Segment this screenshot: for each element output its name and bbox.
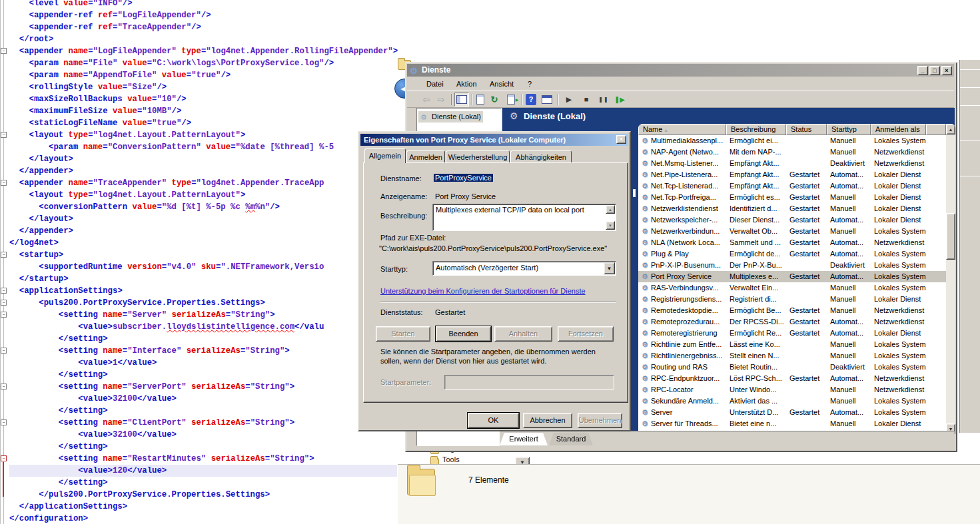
code-line[interactable]: </layout>: [9, 153, 397, 165]
code-line[interactable]: <param name="AppendToFile" value="true"/…: [9, 69, 397, 81]
code-line[interactable]: <setting name="ServerPort" serializeAs="…: [9, 381, 397, 393]
fold-marker-icon[interactable]: −: [1, 384, 7, 390]
table-row[interactable]: ⚙Plug & PlayErmöglicht de...GestartetAut…: [638, 248, 946, 260]
code-line[interactable]: <setting name="Interface" serializeAs="S…: [9, 345, 397, 357]
tree-item-dienste-lokal[interactable]: ⚙ Dienste (Lokal): [418, 111, 483, 123]
code-line[interactable]: <supportedRuntime version="v4.0" sku=".N…: [9, 261, 397, 273]
scroll-up-icon[interactable]: ▲: [946, 124, 955, 134]
table-row[interactable]: ⚙ServerUnterstützt D...GestartetAutomat.…: [638, 407, 946, 418]
table-row[interactable]: ⚙RemoteregistrierungErmöglicht Re...Gest…: [638, 328, 946, 339]
code-line[interactable]: <setting name="RestartMinutes" serialize…: [9, 453, 397, 465]
forward-icon[interactable]: ⇨: [435, 94, 447, 105]
table-row[interactable]: ⚙Remoteprozedurau...Der RPCSS-Di...Gesta…: [638, 316, 946, 328]
code-line[interactable]: <value>32100</value>: [9, 429, 397, 441]
refresh-icon[interactable]: ↻: [488, 94, 500, 105]
code-line[interactable]: <value>subscriber.lloydslistintelligence…: [9, 321, 397, 333]
code-line[interactable]: <appender name="LogFileAppender" type="l…: [9, 45, 397, 57]
code-line[interactable]: </root>: [9, 33, 397, 45]
restart-service-icon[interactable]: ❚▶: [614, 94, 626, 105]
help-icon[interactable]: ?: [526, 94, 536, 105]
table-row[interactable]: ⚙Netzwerkverbindun...Verwaltet Ob...Gest…: [638, 226, 946, 237]
code-line[interactable]: </startup>: [9, 273, 397, 285]
xml-config-editor[interactable]: <level value="INFO"/> <appender-ref ref=…: [0, 0, 405, 524]
code-line[interactable]: </configuration>: [9, 513, 397, 524]
table-row[interactable]: ⚙Net.Tcp-Listenerad...Empfängt Akt...Ges…: [638, 180, 946, 192]
table-row[interactable]: ⚙Remotedesktopdie...Ermöglicht Be...Gest…: [638, 305, 946, 316]
scroll-up-icon[interactable]: ▲: [606, 205, 615, 214]
code-line[interactable]: <value>1</value>: [9, 357, 397, 369]
column-header-status[interactable]: Status: [786, 124, 827, 135]
maximize-icon[interactable]: □: [929, 66, 940, 75]
column-header-starttyp[interactable]: Starttyp: [827, 124, 871, 135]
fold-marker-icon[interactable]: −: [1, 288, 7, 294]
table-row[interactable]: ⚙Port Proxy ServiceMultiplexes e...Gesta…: [638, 271, 946, 282]
scrollbar[interactable]: ▲ ▼: [946, 124, 955, 434]
code-line[interactable]: <maximumFileSize value="10MB"/>: [9, 105, 397, 117]
code-line[interactable]: </applicationSettings>: [9, 501, 397, 513]
table-row[interactable]: ⚙Multimediaklassenpl...Ermöglicht ei...M…: [638, 135, 946, 146]
fold-marker-icon[interactable]: −: [1, 180, 7, 186]
code-line[interactable]: <appender name="TraceAppender" type="log…: [9, 177, 397, 189]
close-icon[interactable]: ×: [616, 135, 626, 144]
table-row[interactable]: ⚙RPC-LocatorUnter Windo...ManuellNetzwer…: [638, 384, 946, 395]
table-row[interactable]: ⚙NAP-Agent (Netwo...Mit dem NAP-...Manue…: [638, 146, 946, 158]
code-line[interactable]: </setting>: [9, 405, 397, 417]
menu-hilfe[interactable]: ?: [528, 77, 532, 91]
code-line[interactable]: </appender>: [9, 165, 397, 177]
table-row[interactable]: ⚙Sekundäre Anmeld...Aktiviert das ...Man…: [638, 395, 946, 407]
starttyp-combobox[interactable]: Automatisch (Verzögerter Start) ▼: [432, 261, 616, 276]
fold-marker-icon[interactable]: −: [1, 252, 7, 258]
table-row[interactable]: ⚙Server für Threads...Bietet eine n...Ma…: [638, 418, 946, 429]
table-row[interactable]: ⚙NLA (Network Loca...Sammelt und ...Gest…: [638, 237, 946, 248]
code-line[interactable]: <conversionPattern value="%d [%t] %-5p %…: [9, 201, 397, 213]
column-header-name[interactable]: Name ▲: [638, 124, 726, 135]
window-titlebar[interactable]: ⚙ Dienste _ □ ×: [407, 64, 954, 77]
dialog-titlebar[interactable]: Eigenschaften von Port Proxy Service (Lo…: [360, 134, 628, 146]
table-row[interactable]: ⚙Net.Tcp-Portfreiga...Ermöglicht es...Ge…: [638, 192, 946, 203]
abbrechen-button[interactable]: Abbrechen: [523, 413, 572, 428]
code-line[interactable]: </setting>: [9, 441, 397, 453]
code-line[interactable]: <value>120</value>: [9, 465, 397, 477]
table-row[interactable]: ⚙Richtlinie zum Entfe...Lässt eine Ko...…: [638, 339, 946, 350]
tab-abhaengigkeiten[interactable]: Abhängigkeiten: [510, 150, 572, 163]
code-line[interactable]: <maxSizeRollBackups value="10"/>: [9, 93, 397, 105]
menu-datei[interactable]: Datei: [426, 77, 444, 91]
table-row[interactable]: ⚙Net.Msmq-Listener...Empfängt Akt...Deak…: [638, 158, 946, 169]
startoptions-help-link[interactable]: Unterstützung beim Konfigurieren der Sta…: [380, 287, 586, 295]
beschreibung-field[interactable]: Multiplexes external TCP/IP data on loca…: [432, 204, 616, 231]
media-pane-icon[interactable]: [542, 95, 552, 104]
tab-anmelden[interactable]: Anmelden: [406, 150, 445, 163]
table-row[interactable]: ⚙Richtlinienergebniss...Stellt einen N..…: [638, 350, 946, 362]
fold-marker-icon[interactable]: −: [1, 312, 7, 318]
code-line[interactable]: <layout type="log4net.Layout.PatternLayo…: [9, 129, 397, 141]
tab-erweitert[interactable]: Erweitert: [500, 433, 548, 445]
pause-service-icon[interactable]: ❚❚: [598, 94, 610, 105]
table-row[interactable]: ⚙Registrierungsdiens...Registriert di...…: [638, 294, 946, 305]
code-line[interactable]: </setting>: [9, 477, 397, 489]
fold-marker-icon[interactable]: −: [1, 48, 7, 54]
column-header-anmeldenals[interactable]: Anmelden als: [871, 124, 926, 135]
table-row[interactable]: ⚙Routing und RASBietet Routin...Deaktivi…: [638, 362, 946, 373]
close-icon[interactable]: ×: [941, 66, 952, 75]
tab-allgemein[interactable]: Allgemein: [364, 148, 406, 163]
code-line[interactable]: <setting name="Server" serializeAs="Stri…: [9, 309, 397, 321]
code-line[interactable]: <startup>: [9, 249, 397, 261]
scrollbar-thumb[interactable]: [946, 213, 955, 260]
menu-aktion[interactable]: Aktion: [456, 77, 477, 91]
start-service-icon[interactable]: ▶: [563, 94, 575, 105]
code-lines[interactable]: <level value="INFO"/> <appender-ref ref=…: [9, 0, 397, 524]
code-line[interactable]: <param name="ConversionPattern" value="%…: [9, 141, 397, 153]
code-line[interactable]: </appender>: [9, 225, 397, 237]
code-line[interactable]: <layout type="log4net.Layout.PatternLayo…: [9, 189, 397, 201]
beenden-button[interactable]: Beenden: [436, 326, 491, 342]
fold-marker-icon[interactable]: −: [1, 419, 7, 425]
code-line[interactable]: <level value="INFO"/>: [9, 0, 397, 9]
code-line[interactable]: <applicationSettings>: [9, 285, 397, 297]
column-header-beschreibung[interactable]: Beschreibung: [726, 124, 786, 135]
code-line[interactable]: </setting>: [9, 333, 397, 345]
properties-icon[interactable]: [476, 95, 484, 105]
code-line[interactable]: <setting name="ClientPort" serializeAs="…: [9, 417, 397, 429]
console-tree-icon[interactable]: [456, 95, 467, 104]
fold-marker-icon[interactable]: −: [1, 455, 7, 461]
code-line[interactable]: <rollingStyle value="Size"/>: [9, 81, 397, 93]
